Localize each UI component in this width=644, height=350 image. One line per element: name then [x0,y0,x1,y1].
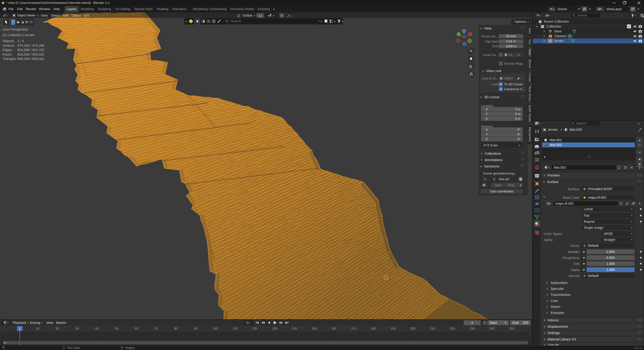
svg-text:Z: Z [463,30,465,32]
svg-text:Y: Y [458,33,460,36]
svg-text:X: X [469,33,471,36]
